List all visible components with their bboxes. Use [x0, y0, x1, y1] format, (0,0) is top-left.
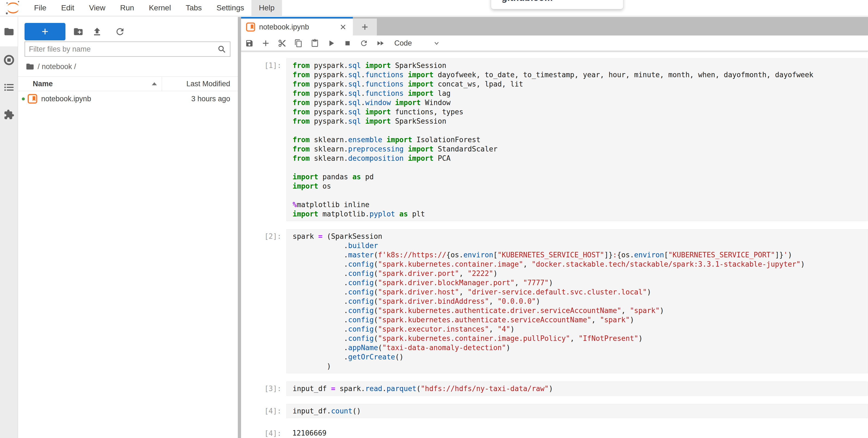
- code-cell[interactable]: [3]:input_df = spark.read.parquet("hdfs:…: [241, 381, 868, 396]
- restart-run-all-button[interactable]: [372, 36, 388, 50]
- plus-icon: [361, 23, 369, 31]
- sidebar-tab-file-browser[interactable]: [0, 17, 18, 47]
- copy-cell-button[interactable]: [290, 36, 307, 50]
- notebook-content: [1]:from pyspark.sql import SparkSession…: [241, 51, 868, 438]
- puzzle-icon: [4, 109, 14, 120]
- file-name: notebook.ipynb: [41, 95, 91, 103]
- file-row-notebook[interactable]: notebook.ipynb 3 hours ago: [18, 91, 238, 107]
- sidebar-tab-extensions[interactable]: [0, 101, 18, 128]
- code-cell[interactable]: [4]:input_df.count(): [241, 404, 868, 418]
- kernel-running-dot: [22, 97, 25, 100]
- file-filter-input[interactable]: Filter files by name: [25, 41, 230, 57]
- notebook-tab-icon: [246, 22, 255, 32]
- menu-run[interactable]: Run: [113, 0, 142, 16]
- menu-items: File Edit View Run Kernel Tabs Settings …: [27, 0, 282, 16]
- menu-bar: File Edit View Run Kernel Tabs Settings …: [0, 0, 868, 17]
- cell-output-row[interactable]: [4]:12106669: [241, 426, 868, 438]
- new-folder-icon: [73, 27, 84, 37]
- home-folder-icon: [26, 62, 34, 71]
- output-text: 12106669: [286, 426, 327, 438]
- save-button[interactable]: [241, 36, 257, 50]
- workspace: + Filter files by name: [0, 17, 868, 438]
- upload-button[interactable]: [91, 26, 103, 38]
- cut-cell-button[interactable]: [274, 36, 290, 50]
- breadcrumb-path: / notebook /: [38, 62, 76, 71]
- tab-title: notebook.ipynb: [259, 23, 309, 31]
- new-tab-button[interactable]: [353, 19, 377, 35]
- cell-editor[interactable]: from pyspark.sql import SparkSessionfrom…: [286, 58, 868, 221]
- run-cell-button[interactable]: [323, 36, 339, 50]
- stop-icon: [343, 39, 352, 48]
- column-header-modified[interactable]: Last Modified: [162, 77, 238, 91]
- run-icon: [327, 39, 335, 48]
- plus-icon: [261, 39, 270, 48]
- jupyter-logo: [4, 1, 22, 15]
- column-name-label: Name: [33, 80, 53, 88]
- menu-help[interactable]: Help: [251, 0, 282, 16]
- restart-kernel-button[interactable]: [355, 36, 372, 50]
- new-folder-button[interactable]: [72, 26, 84, 38]
- dock-tab-bar: notebook.ipynb: [241, 17, 868, 35]
- menu-kernel[interactable]: Kernel: [142, 0, 178, 16]
- input-prompt: [4]:: [241, 404, 286, 418]
- refresh-icon: [115, 27, 125, 37]
- column-header-name[interactable]: Name: [18, 80, 162, 88]
- close-icon: [340, 24, 347, 31]
- file-modified: 3 hours ago: [191, 95, 238, 103]
- new-launcher-button[interactable]: +: [25, 23, 65, 40]
- restart-icon: [360, 39, 368, 48]
- paste-icon: [311, 39, 319, 48]
- code-cell[interactable]: [1]:from pyspark.sql import SparkSession…: [241, 58, 868, 221]
- output-prompt: [4]:: [241, 426, 286, 438]
- save-icon: [245, 39, 254, 48]
- notebook-toolbar: Code: [241, 35, 868, 51]
- search-icon: [217, 45, 226, 54]
- refresh-button[interactable]: [114, 26, 126, 38]
- menu-tabs[interactable]: Tabs: [178, 0, 209, 16]
- tab-notebook[interactable]: notebook.ipynb: [241, 17, 353, 35]
- file-browser-panel: + Filter files by name: [18, 17, 238, 438]
- chevron-down-icon: [433, 39, 440, 47]
- file-filter-placeholder: Filter files by name: [29, 45, 217, 54]
- menu-settings[interactable]: Settings: [209, 0, 251, 16]
- sidebar-tab-table-of-contents[interactable]: [0, 74, 18, 101]
- input-prompt: [2]:: [241, 229, 286, 373]
- sort-ascending-icon: [151, 82, 157, 86]
- menu-edit[interactable]: Edit: [54, 0, 82, 16]
- input-prompt: [3]:: [241, 381, 286, 396]
- tab-close-button[interactable]: [338, 22, 348, 32]
- stop-circle-icon: [4, 55, 14, 65]
- paste-cell-button[interactable]: [307, 36, 323, 50]
- scissors-icon: [278, 39, 286, 48]
- sidebar-tab-running-kernels[interactable]: [0, 47, 18, 74]
- folder-icon: [4, 26, 14, 37]
- cell-editor[interactable]: spark = (SparkSession .builder .master(f…: [286, 229, 868, 373]
- cell-editor[interactable]: input_df = spark.read.parquet("hdfs://hd…: [286, 381, 868, 396]
- menu-file[interactable]: File: [27, 0, 54, 16]
- popup-domain-text: github.com: [501, 0, 553, 3]
- notebook-file-icon: [28, 94, 37, 104]
- cell-type-value: Code: [394, 39, 412, 48]
- browser-popup: github.com: [491, 0, 623, 9]
- copy-icon: [294, 39, 303, 48]
- upload-icon: [92, 27, 102, 37]
- input-prompt: [1]:: [241, 58, 286, 221]
- breadcrumb[interactable]: / notebook /: [26, 61, 76, 72]
- add-cell-button[interactable]: [257, 36, 274, 50]
- fast-forward-icon: [376, 39, 384, 48]
- jupyter-logo-icon: [4, 1, 22, 15]
- stop-kernel-button[interactable]: [339, 36, 355, 50]
- panel-splitter[interactable]: [238, 17, 241, 438]
- menu-view[interactable]: View: [82, 0, 113, 16]
- file-list-header: Name Last Modified: [18, 77, 238, 91]
- dock-panel: notebook.ipynb: [241, 17, 868, 438]
- cell-editor[interactable]: input_df.count(): [286, 404, 868, 418]
- code-cell[interactable]: [2]:spark = (SparkSession .builder .mast…: [241, 229, 868, 373]
- cell-type-dropdown[interactable]: Code: [394, 39, 440, 48]
- list-icon: [4, 82, 14, 93]
- activity-bar: [0, 17, 18, 438]
